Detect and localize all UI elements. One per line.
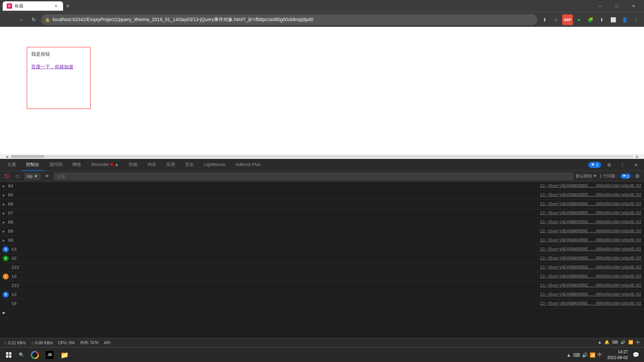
inspect-button[interactable]: ⬡ — [13, 172, 21, 180]
menu-button[interactable]: ⋮ — [631, 14, 641, 25]
console-output[interactable]: ▶ 84 13-jQuery%E4%BA%8B%E...480g00ck8mjq… — [0, 182, 644, 338]
console-row[interactable]: ▶ 86 13-jQuery%E4%BA%8B%E...480g00ck8mjq… — [0, 200, 644, 209]
download-button[interactable]: ⬇ — [596, 14, 607, 25]
devtools-settings-button[interactable]: ⚙ — [604, 160, 614, 170]
share-button[interactable]: ⬆ — [539, 14, 550, 25]
row-source[interactable]: 13-jQuery%E4%BA%8B%E...480g00ck8mjq9pd0:… — [540, 193, 641, 197]
taskbar-clock[interactable]: 14:27 2022-08-02 — [607, 349, 628, 361]
console-row[interactable]: 5 32 13-jQuery%E4%BA%8B%E...480g00ck8mjq… — [0, 254, 644, 263]
split-button[interactable]: ⬜ — [608, 14, 619, 25]
issues-badge[interactable]: ⚑ 1 — [588, 162, 601, 168]
bell-icon[interactable]: 🔔 — [604, 340, 609, 346]
row-number: 88 — [8, 220, 20, 225]
forward-button[interactable]: → — [15, 14, 26, 25]
row-number: 89 — [8, 229, 20, 234]
lang-icon[interactable]: 中 — [636, 340, 640, 346]
tab-close-button[interactable]: ✕ — [53, 3, 59, 9]
console-input[interactable] — [8, 310, 641, 315]
console-row[interactable]: ▶ 89 13-jQuery%E4%BA%8B%E...480g00ck8mjq… — [0, 227, 644, 236]
console-row[interactable]: 222 13-jQuery%E4%BA%8B%E...480g00ck8mjq9… — [0, 263, 644, 272]
notification-button[interactable]: 💬 — [631, 350, 641, 360]
tray-volume[interactable]: 🔊 — [582, 352, 588, 358]
taskbar-explorer[interactable]: 📁 — [58, 348, 71, 362]
baidu-link[interactable]: 百度一下，你就知道 — [31, 64, 86, 70]
console-row[interactable]: 222 13-jQuery%E4%BA%8B%E...480g00ck8mjq9… — [0, 281, 644, 290]
devtools-close-button[interactable]: ✕ — [631, 160, 641, 170]
console-row[interactable]: ▶ 84 13-jQuery%E4%BA%8B%E...480g00ck8mjq… — [0, 182, 644, 191]
row-source[interactable]: 13-jQuery%E4%BA%8B%E...480g00ck8mjq9pd0:… — [540, 202, 641, 206]
row-source[interactable]: 13-jQuery%E4%BA%8B%E...480g00ck8mjq9pd0:… — [540, 265, 641, 270]
start-button[interactable] — [3, 349, 15, 361]
taskbar-search[interactable]: 🔍 — [16, 348, 27, 362]
taskbar-chrome[interactable] — [28, 348, 42, 362]
eye-button[interactable]: 👁 — [43, 172, 51, 180]
new-tab-button[interactable]: + — [63, 1, 72, 11]
tab-console[interactable]: 控制台 — [21, 159, 44, 171]
row-source[interactable]: 13-jQuery%E4%BA%8B%E...480g00ck8mjq9pd0:… — [540, 283, 641, 288]
close-window-button[interactable]: ✕ — [626, 0, 641, 12]
adblock-button[interactable]: ABP — [562, 14, 573, 25]
row-source[interactable]: 13-jQuery%E4%BA%8B%E...480g00ck8mjq9pd0:… — [540, 229, 641, 234]
tab-performance[interactable]: 性能 — [124, 159, 142, 171]
row-source[interactable]: 13-jQuery%E4%BA%8B%E...480g00ck8mjq9pd0:… — [540, 247, 641, 252]
network-icon[interactable]: 📶 — [628, 340, 633, 346]
console-row[interactable]: 2 13 13-jQuery%E4%BA%8B%E...480g00ck8mjq… — [0, 272, 644, 281]
log-badge: 4 — [3, 246, 9, 252]
tab-recorder[interactable]: Recorder ▲ — [87, 159, 123, 171]
expand-icon[interactable]: ▲ — [598, 340, 602, 346]
tab-elements[interactable]: 元素 — [3, 159, 21, 171]
tab-security[interactable]: 安全 — [180, 159, 199, 171]
back-button[interactable]: ← — [3, 14, 13, 25]
taskbar-jetbrains[interactable]: JB — [43, 348, 56, 362]
console-settings-button[interactable]: ⚙ — [633, 172, 641, 180]
row-source[interactable]: 13-jQuery%E4%BA%8B%E...480g00ck8mjq9pd0:… — [540, 292, 641, 297]
console-row[interactable]: 6 13 13-jQuery%E4%BA%8B%E...480g00ck8mjq… — [0, 290, 644, 299]
tray-expand[interactable]: ▲ — [567, 352, 571, 358]
tab-application[interactable]: 应用 — [162, 159, 180, 171]
keyboard-icon[interactable]: ⌨ — [612, 340, 618, 346]
log-level-selector[interactable]: 默认级别 ▼ — [576, 173, 597, 179]
console-row[interactable]: ▶ 90 13-jQuery%E4%BA%8B%E...480g00ck8mjq… — [0, 236, 644, 245]
horizontal-scrollbar[interactable]: ◀ ▶ — [0, 154, 644, 159]
refresh-button[interactable]: ↻ — [28, 14, 39, 25]
row-source[interactable]: 13-jQuery%E4%BA%8B%E...480g00ck8mjq9pd0:… — [540, 274, 641, 279]
scrollbar-track[interactable] — [11, 155, 633, 158]
minimize-button[interactable]: ─ — [592, 0, 608, 12]
extensions-button[interactable]: 🧩 — [585, 14, 596, 25]
row-source[interactable]: 13-jQuery%E4%BA%8B%E...480g00ck8mjq9pd0:… — [540, 220, 641, 225]
tab-sources[interactable]: 源代码 — [45, 159, 67, 171]
tab-adblock[interactable]: Adblock Plus — [231, 159, 265, 171]
profile-button[interactable]: 👤 — [619, 14, 630, 25]
issues-count-badge[interactable]: ⚑ 1 — [621, 174, 631, 179]
row-source[interactable]: 13-jQuery%E4%BA%8B%E...480g00ck8mjq9pd0:… — [540, 211, 641, 216]
row-source[interactable]: 13-jQuery%E4%BA%8B%E...480g00ck8mjq9pd0:… — [540, 256, 641, 261]
console-input-row[interactable]: ▶ — [0, 308, 644, 317]
maximize-button[interactable]: □ — [609, 0, 625, 12]
console-row[interactable]: ▶ 87 13-jQuery%E4%BA%8B%E...480g00ck8mjq… — [0, 209, 644, 218]
context-selector[interactable]: top ▼ — [24, 173, 41, 180]
scrollbar-thumb[interactable] — [11, 155, 44, 158]
filter-input[interactable] — [54, 173, 573, 180]
clear-console-button[interactable]: 🚫 — [3, 172, 11, 180]
console-row[interactable]: ▶ 85 13-jQuery%E4%BA%8B%E...480g00ck8mjq… — [0, 191, 644, 200]
active-tab[interactable]: P 标题 ✕ — [3, 1, 63, 11]
row-source[interactable]: 13-jQuery%E4%BA%8B%E...480g00ck8mjq9pd0:… — [540, 238, 641, 243]
address-bar[interactable]: 🔒 localhost:63342/EmptyProject1/jquery_i… — [41, 14, 537, 25]
tab-memory[interactable]: 内存 — [143, 159, 161, 171]
row-source[interactable]: 13-jQuery%E4%BA%8B%E...480g00ck8mjq9pd0:… — [540, 184, 641, 188]
tab-area: P 标题 ✕ + — [3, 1, 590, 11]
tray-keyboard[interactable]: ⌨ — [573, 352, 580, 358]
console-row[interactable]: 18 13-jQuery%E4%BA%8B%E...480g00ck8mjq9p… — [0, 299, 644, 308]
bookmark-button[interactable]: ☆ — [551, 14, 561, 25]
expand-arrow: ▶ — [3, 220, 7, 225]
tray-wifi[interactable]: 📶 — [590, 352, 595, 358]
tab-lighthouse[interactable]: Lighthouse — [199, 159, 230, 171]
row-source[interactable]: 13-jQuery%E4%BA%8B%E...480g00ck8mjq9pd0:… — [540, 301, 641, 306]
console-row[interactable]: ▶ 88 13-jQuery%E4%BA%8B%E...480g00ck8mjq… — [0, 218, 644, 227]
tray-lang[interactable]: 中 — [597, 352, 602, 358]
tab-network[interactable]: 网络 — [68, 159, 86, 171]
speaker-icon[interactable]: 🔊 — [621, 340, 626, 346]
wechat-icon[interactable]: ● — [574, 14, 584, 25]
console-row[interactable]: 4 13 13-jQuery%E4%BA%8B%E...480g00ck8mjq… — [0, 245, 644, 254]
devtools-more-button[interactable]: ⋮ — [617, 160, 628, 170]
